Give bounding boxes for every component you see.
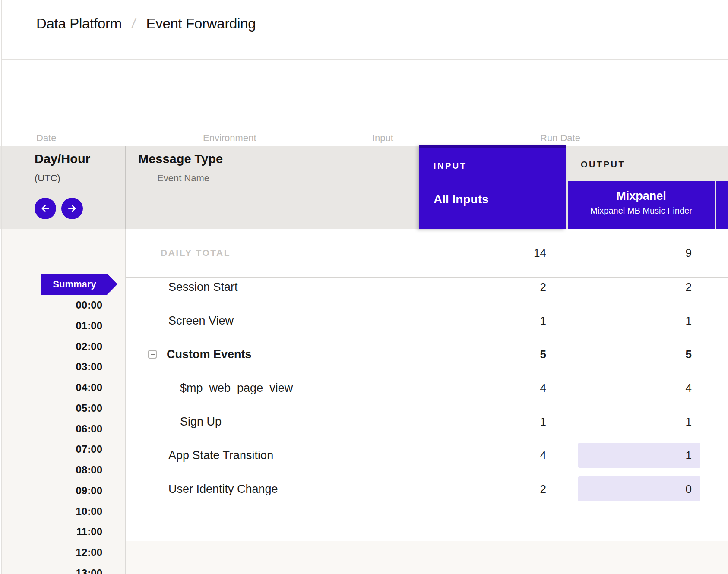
header-column-divider: [125, 146, 126, 229]
input-label: Input: [372, 132, 393, 144]
previous-day-button[interactable]: [35, 198, 56, 219]
event-name: Custom Events: [167, 348, 252, 361]
run-date-label: Run Date: [540, 132, 580, 144]
hour-row-label[interactable]: 01:00: [2, 315, 102, 336]
hour-row-label[interactable]: 04:00: [2, 377, 102, 398]
daily-total-input-value: 14: [534, 229, 546, 277]
input-count: 2: [540, 479, 546, 499]
event-name: $mp_web_page_view: [180, 382, 293, 395]
table-row: Sign Up11: [125, 412, 728, 445]
day-hour-timezone: (UTC): [35, 173, 60, 184]
hour-row-label[interactable]: 07:00: [2, 439, 102, 460]
body-column-divider: [567, 229, 567, 574]
hour-row-label[interactable]: 05:00: [2, 398, 102, 419]
output-count: 0: [686, 483, 692, 496]
daily-total-output-value: 9: [686, 229, 692, 277]
highlighted-output-cell: 0: [578, 476, 700, 501]
body-column-divider: [419, 229, 419, 574]
body-column-divider: [712, 229, 712, 574]
hour-row-label[interactable]: 09:00: [2, 480, 102, 501]
input-column-name: All Inputs: [434, 192, 566, 206]
body-column-divider: [125, 229, 126, 574]
hour-row-label[interactable]: 11:00: [2, 521, 102, 542]
event-name: User Identity Change: [168, 483, 278, 496]
daily-total-row: DAILY TOTAL 14 9: [125, 229, 728, 278]
input-count: 1: [540, 412, 546, 432]
output-column-name: Mixpanel: [568, 189, 715, 203]
output-count: 1: [686, 412, 692, 432]
input-group-label: INPUT: [434, 161, 566, 171]
table-row: Custom Events55: [125, 344, 728, 378]
breadcrumb-separator: /: [131, 16, 137, 31]
table-row: Session Start22: [125, 277, 728, 311]
table-row: User Identity Change20: [125, 479, 728, 513]
table-footer-area: [125, 541, 728, 574]
event-name: Screen View: [168, 314, 234, 328]
output-count: 1: [686, 449, 692, 462]
output-group-label: OUTPUT: [581, 160, 625, 170]
output-column-subtitle: Mixpanel MB Music Finder: [568, 206, 715, 216]
output-count: 2: [686, 277, 692, 297]
breadcrumb-section[interactable]: Data Platform: [36, 16, 122, 32]
output-count: 5: [686, 344, 692, 364]
next-day-button[interactable]: [61, 198, 83, 219]
input-count: 5: [540, 344, 546, 364]
hour-row-label[interactable]: 03:00: [2, 356, 102, 377]
event-name: Sign Up: [180, 415, 222, 429]
daily-total-label: DAILY TOTAL: [161, 229, 231, 277]
hour-row-label[interactable]: 00:00: [2, 295, 102, 315]
event-name: Session Start: [168, 281, 238, 294]
input-count: 4: [540, 445, 546, 465]
environment-label: Environment: [203, 132, 256, 144]
hour-row-label[interactable]: 12:00: [2, 542, 102, 563]
output-column-header[interactable]: Mixpanel Mixpanel MB Music Finder: [568, 181, 715, 229]
hour-row-label[interactable]: 06:00: [2, 419, 102, 439]
table-row: App State Transition41: [125, 445, 728, 479]
message-type-title: Message Type: [138, 152, 223, 166]
filter-bar: Date Environment Input Run Date 08/08/20…: [2, 60, 728, 146]
date-label: Date: [36, 132, 56, 144]
hour-row-label[interactable]: 02:00: [2, 336, 102, 357]
table-header: Day/Hour (UTC) Message Type Event Name I…: [0, 146, 728, 229]
event-name: App State Transition: [168, 449, 273, 462]
breadcrumb: Data Platform / Event Forwarding: [2, 0, 728, 60]
hour-row-label[interactable]: 10:00: [2, 501, 102, 522]
arrow-right-icon: [66, 203, 78, 214]
arrow-left-icon: [40, 203, 51, 214]
page-left-border: [1, 0, 2, 574]
output-count: 1: [686, 311, 692, 331]
breadcrumb-current-page: Event Forwarding: [146, 16, 256, 32]
next-output-column-partial[interactable]: [716, 181, 728, 229]
hour-row-label[interactable]: 08:00: [2, 460, 102, 480]
event-name-subtitle: Event Name: [157, 173, 209, 184]
event-forwarding-page: Data Platform / Event Forwarding Date En…: [0, 0, 728, 574]
table-row: $mp_web_page_view44: [125, 378, 728, 412]
input-count: 1: [540, 311, 546, 331]
highlighted-output-cell: 1: [578, 443, 700, 468]
output-count: 4: [686, 378, 692, 398]
input-column-header[interactable]: INPUT All Inputs: [419, 145, 566, 229]
hour-row-label[interactable]: 13:00: [2, 563, 102, 574]
event-rows: Session Start22Screen View11Custom Event…: [125, 277, 728, 513]
summary-row-badge[interactable]: Summary: [41, 274, 117, 295]
table-row: Screen View11: [125, 311, 728, 344]
day-navigation: [35, 198, 83, 219]
collapse-minus-icon[interactable]: [148, 350, 157, 359]
day-hour-title: Day/Hour: [35, 152, 90, 166]
input-count: 4: [540, 378, 546, 398]
input-count: 2: [540, 277, 546, 297]
